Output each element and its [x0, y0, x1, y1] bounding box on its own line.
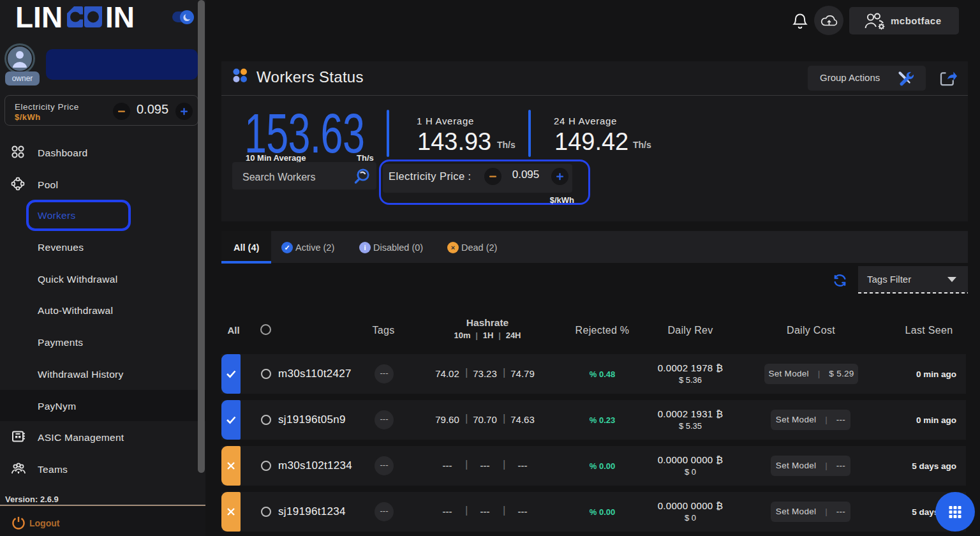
svg-text:LIN: LIN	[16, 5, 63, 32]
svg-text:IN: IN	[105, 5, 135, 32]
